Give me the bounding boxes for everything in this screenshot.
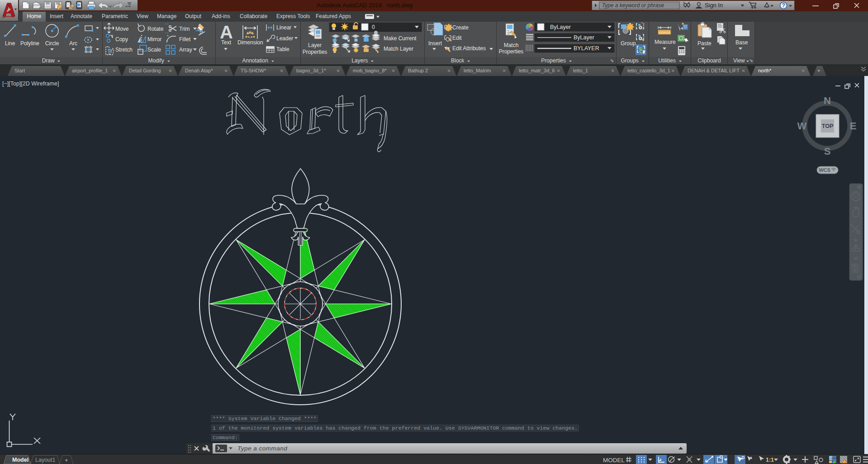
svg-text:Dimension: Dimension [237,39,263,46]
svg-text:Edit Attributes: Edit Attributes [452,45,486,52]
svg-text:Trim: Trim [179,26,190,32]
svg-text:+: + [65,457,68,464]
svg-text:Model: Model [12,457,28,463]
svg-text:Rotate: Rotate [147,26,164,32]
svg-text:E: E [850,120,857,132]
svg-text:Polyline: Polyline [20,40,39,47]
svg-text:Measure: Measure [655,39,676,45]
svg-text:TOP: TOP [822,123,833,129]
svg-text:Properties: Properties [499,48,524,55]
svg-text:Layout1: Layout1 [35,457,56,463]
svg-text:ByLayer: ByLayer [550,24,571,30]
svg-text:Properties: Properties [303,49,327,55]
svg-text:Linear: Linear [276,24,291,31]
svg-text:Move: Move [115,26,129,32]
svg-text:Leader: Leader [276,35,293,42]
svg-text:Type a keyword or phrase: Type a keyword or phrase [602,2,664,9]
svg-text:Match Layer: Match Layer [384,46,413,52]
svg-text:Insert: Insert [428,40,442,47]
svg-text:Line: Line [5,40,15,47]
svg-text:Circle: Circle [45,40,59,47]
svg-text:Layer: Layer [308,42,322,48]
svg-text:Match: Match [504,42,519,48]
svg-text:BYLAYER: BYLAYER [574,45,599,52]
svg-text:Paste: Paste [697,40,711,47]
svg-text:W: W [797,120,807,132]
svg-text:N: N [824,95,831,106]
svg-text:Table: Table [276,46,289,52]
svg-text:MODEL: MODEL [603,457,625,464]
svg-text:Group: Group [621,40,636,47]
svg-text:Make Current: Make Current [384,35,417,42]
svg-text:ByLayer: ByLayer [574,34,594,41]
svg-text:Copy: Copy [115,36,128,43]
svg-text:Mirror: Mirror [147,36,161,43]
svg-text:WCS: WCS [819,167,830,173]
svg-text:Sign In: Sign In [705,2,723,9]
svg-text:Scale: Scale [147,47,161,53]
svg-text:1:1: 1:1 [766,457,774,463]
svg-text:Fillet: Fillet [179,36,191,43]
svg-text:Array: Array [179,47,192,53]
svg-text:?: ? [782,2,785,9]
svg-text:Edit: Edit [452,35,462,41]
svg-text:Text: Text [221,39,232,46]
svg-text:Stretch: Stretch [115,47,133,53]
svg-text:Base: Base [735,39,748,46]
svg-text:0: 0 [372,24,375,30]
svg-text:Create: Create [452,24,469,31]
svg-text:S: S [824,146,831,157]
svg-text:Arc: Arc [69,40,77,47]
